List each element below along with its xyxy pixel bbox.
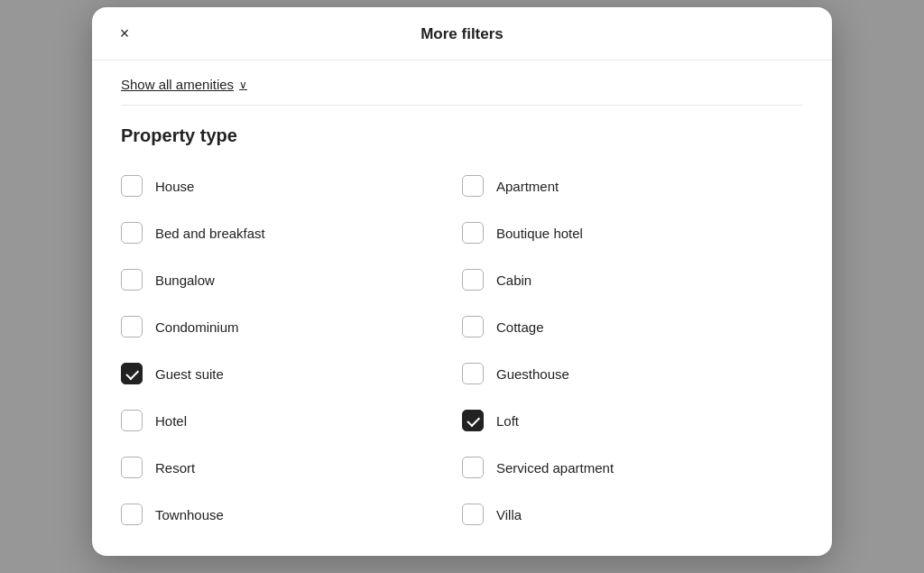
checkbox-villa[interactable] <box>462 504 484 525</box>
checkbox-guesthouse[interactable] <box>462 363 484 384</box>
property-type-section: Property type HouseBed and breakfastBung… <box>121 106 803 556</box>
property-item-townhouse[interactable]: Townhouse <box>121 491 462 538</box>
checkbox-house[interactable] <box>121 175 143 197</box>
checkbox-townhouse[interactable] <box>121 504 143 525</box>
property-item-condominium[interactable]: Condominium <box>121 303 462 350</box>
property-item-loft[interactable]: Loft <box>462 397 803 444</box>
property-item-bungalow[interactable]: Bungalow <box>121 256 462 303</box>
label-villa: Villa <box>496 507 522 522</box>
checkbox-hotel[interactable] <box>121 410 143 431</box>
label-guesthouse: Guesthouse <box>496 366 569 382</box>
label-apartment: Apartment <box>496 179 559 194</box>
label-house: House <box>155 179 194 194</box>
checkbox-guest-suite[interactable] <box>121 363 143 384</box>
show-amenities-button[interactable]: Show all amenities ∨ <box>121 77 247 92</box>
property-item-boutique-hotel[interactable]: Boutique hotel <box>462 209 803 256</box>
property-item-house[interactable]: House <box>121 162 462 209</box>
checkbox-condominium[interactable] <box>121 316 143 337</box>
close-button[interactable]: × <box>110 19 139 48</box>
checkbox-cottage[interactable] <box>462 316 484 337</box>
modal-body: Show all amenities ∨ Property type House… <box>92 60 832 556</box>
property-item-hotel[interactable]: Hotel <box>121 397 462 444</box>
checkbox-cabin[interactable] <box>462 269 484 291</box>
property-right-column: ApartmentBoutique hotelCabinCottageGuest… <box>462 162 803 538</box>
label-loft: Loft <box>496 413 519 429</box>
property-type-title: Property type <box>121 106 803 162</box>
modal-title: More filters <box>420 25 504 43</box>
property-item-bed-and-breakfast[interactable]: Bed and breakfast <box>121 209 462 256</box>
close-icon: × <box>120 24 130 43</box>
property-left-column: HouseBed and breakfastBungalowCondominiu… <box>121 162 462 538</box>
label-townhouse: Townhouse <box>155 507 224 522</box>
checkbox-resort[interactable] <box>121 457 143 478</box>
modal-header: × More filters <box>92 7 832 60</box>
show-amenities-label: Show all amenities <box>121 77 234 92</box>
label-bed-and-breakfast: Bed and breakfast <box>155 226 265 241</box>
label-bungalow: Bungalow <box>155 273 215 288</box>
label-cabin: Cabin <box>496 273 531 288</box>
label-cottage: Cottage <box>496 319 544 335</box>
property-item-cabin[interactable]: Cabin <box>462 256 803 303</box>
label-condominium: Condominium <box>155 319 239 335</box>
property-item-serviced-apartment[interactable]: Serviced apartment <box>462 444 803 491</box>
property-item-resort[interactable]: Resort <box>121 444 462 491</box>
more-filters-modal: × More filters Show all amenities ∨ Prop… <box>92 7 832 556</box>
checkbox-serviced-apartment[interactable] <box>462 457 484 478</box>
label-guest-suite: Guest suite <box>155 366 224 382</box>
amenities-section: Show all amenities ∨ <box>121 60 803 106</box>
checkbox-bungalow[interactable] <box>121 269 143 291</box>
label-boutique-hotel: Boutique hotel <box>496 226 583 241</box>
property-type-grid: HouseBed and breakfastBungalowCondominiu… <box>121 162 803 556</box>
property-item-guesthouse[interactable]: Guesthouse <box>462 350 803 397</box>
checkbox-bed-and-breakfast[interactable] <box>121 222 143 244</box>
property-item-apartment[interactable]: Apartment <box>462 162 803 209</box>
property-item-cottage[interactable]: Cottage <box>462 303 803 350</box>
checkbox-loft[interactable] <box>462 410 484 431</box>
property-item-villa[interactable]: Villa <box>462 491 803 538</box>
label-resort: Resort <box>155 460 195 476</box>
label-serviced-apartment: Serviced apartment <box>496 460 614 476</box>
property-item-guest-suite[interactable]: Guest suite <box>121 350 462 397</box>
checkbox-apartment[interactable] <box>462 175 484 197</box>
label-hotel: Hotel <box>155 413 187 429</box>
chevron-down-icon: ∨ <box>239 79 247 91</box>
checkbox-boutique-hotel[interactable] <box>462 222 484 244</box>
